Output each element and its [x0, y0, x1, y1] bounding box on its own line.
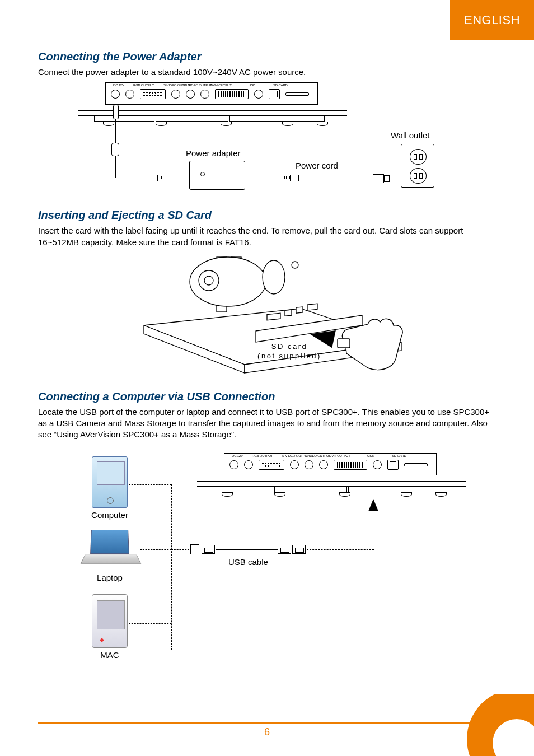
- label-mac: MAC: [82, 650, 138, 660]
- wall-outlet-icon: [401, 144, 434, 188]
- ferrite-bead-icon: [111, 143, 119, 156]
- svg-point-12: [204, 276, 213, 285]
- port-label: USB: [249, 83, 255, 87]
- screw-icon: [200, 90, 209, 99]
- computer-icon: [92, 456, 128, 508]
- rca-port-icon: [186, 90, 195, 99]
- svg-rect-5: [285, 310, 292, 316]
- usb-plug-icon: [202, 545, 215, 554]
- port-label: S-VIDEO OUTPUT: [282, 454, 309, 458]
- port-label: SD CARD: [392, 454, 406, 458]
- port-label: DVI-I OUTPUT: [329, 454, 350, 458]
- screw-icon: [254, 90, 263, 99]
- usb-port-icon: [387, 460, 399, 470]
- svideo-port-icon: [290, 460, 299, 469]
- port-label: SD CARD: [273, 83, 288, 87]
- brand-swoosh-icon: [467, 694, 534, 756]
- dc-barrel-icon: [113, 105, 119, 119]
- body-text: Insert the card with the label facing up…: [38, 225, 496, 248]
- sd-caption-line2: (not supplied): [257, 352, 321, 360]
- dvi-port-icon: [215, 89, 249, 99]
- body-text: Locate the USB port of the computer or l…: [38, 407, 496, 441]
- label-wall-outlet: Wall outlet: [391, 130, 429, 140]
- footer-rule: [38, 722, 534, 724]
- mac-icon: [92, 594, 128, 648]
- port-label: RGB OUTPUT: [133, 83, 154, 87]
- vga-port-icon: [140, 89, 166, 99]
- label-usb-cable: USB cable: [228, 557, 268, 567]
- port-label: USB: [367, 454, 374, 458]
- screw-icon: [244, 460, 253, 469]
- svg-point-13: [263, 260, 285, 294]
- label-computer: Computer: [82, 510, 138, 520]
- svg-rect-4: [267, 313, 280, 320]
- svg-point-14: [292, 262, 298, 268]
- dvi-port-icon: [334, 460, 367, 470]
- svideo-port-icon: [171, 90, 180, 99]
- port-label: DVI-I OUTPUT: [210, 83, 232, 87]
- label-power-adapter: Power adapter: [186, 148, 241, 158]
- port-label: S-VIDEO OUTPUT: [163, 83, 190, 87]
- figure-usb: DC 12V RGB OUTPUT S-VIDEO OUTPUT VIDEO O…: [38, 445, 496, 675]
- svg-rect-6: [296, 307, 303, 313]
- language-tab: ENGLISH: [450, 0, 534, 40]
- port-label: VIDEO OUTPUT: [188, 83, 212, 87]
- page-content: Connecting the Power Adapter Connect the…: [38, 50, 496, 706]
- sd-slot-icon: [404, 463, 428, 466]
- port-label: VIDEO OUTPUT: [307, 454, 331, 458]
- usb-a-connector-icon: [292, 545, 306, 554]
- usb-arrow-icon: [368, 499, 378, 511]
- screw-icon: [319, 460, 328, 469]
- sd-caption: SD card (not supplied): [233, 342, 345, 361]
- laptop-icon: [83, 529, 139, 570]
- sd-caption-line1: SD card: [271, 342, 307, 351]
- dc-jack-icon: [229, 460, 238, 469]
- sd-slot-icon: [285, 92, 309, 96]
- label-laptop: Laptop: [82, 573, 138, 582]
- port-label: DC 12V: [232, 454, 243, 458]
- section-usb: Connecting a Computer via USB Connection…: [38, 390, 496, 675]
- power-adapter-icon: [189, 161, 245, 190]
- port-label: RGB OUTPUT: [252, 454, 273, 458]
- section-title: Connecting the Power Adapter: [38, 50, 496, 63]
- svg-rect-7: [307, 304, 317, 310]
- figure-power-adapter: DC 12V RGB OUTPUT S-VIDEO OUTPUT VIDEO O…: [38, 82, 496, 194]
- screw-icon: [373, 460, 382, 469]
- vga-port-icon: [259, 460, 284, 470]
- figure-sd-card: SD card (not supplied): [121, 253, 413, 376]
- label-power-cord: Power cord: [296, 161, 338, 170]
- section-power-adapter: Connecting the Power Adapter Connect the…: [38, 50, 496, 194]
- body-text: Connect the power adapter to a standard …: [38, 67, 496, 78]
- usb-port-icon: [269, 89, 280, 99]
- dc-jack-icon: [111, 90, 120, 99]
- screw-icon: [125, 90, 134, 99]
- section-sd-card: Inserting and Ejecting a SD Card Insert …: [38, 209, 496, 376]
- section-title: Connecting a Computer via USB Connection: [38, 390, 496, 403]
- hand-icon: [334, 314, 418, 376]
- port-label: DC 12V: [113, 83, 124, 87]
- page-number: 6: [0, 726, 534, 738]
- usb-plug-icon: [278, 545, 291, 554]
- dc-plug-icon: [149, 173, 165, 182]
- section-title: Inserting and Ejecting a SD Card: [38, 209, 496, 222]
- usb-b-connector-icon: [190, 544, 199, 554]
- rca-port-icon: [305, 460, 313, 469]
- cord-plug-icon: [283, 173, 299, 182]
- ac-plug-icon: [373, 173, 390, 183]
- base-rail-icon: [78, 110, 347, 116]
